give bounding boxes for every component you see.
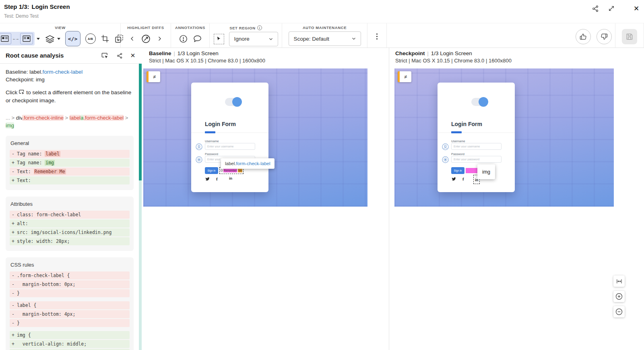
toolbar-spacer — [387, 23, 576, 48]
share-analysis-icon[interactable] — [116, 52, 124, 60]
test-name: Test: Demo Test — [4, 13, 39, 19]
breadcrumb-node-tag[interactable]: div — [16, 115, 23, 121]
highlight-diffs-label: HIGHLIGHT DIFFS — [127, 25, 164, 30]
scope-select[interactable]: Scope: Default — [289, 31, 361, 46]
thumbs-up-button[interactable] — [576, 29, 591, 44]
step-name: Login Screen — [32, 3, 70, 10]
scope-value: Scope: Default — [294, 36, 330, 42]
panel-scrollbar-thumb[interactable] — [139, 64, 142, 180]
share-icon[interactable] — [591, 4, 600, 13]
more-options-icon[interactable] — [376, 33, 378, 39]
checkpoint-element-tooltip: img — [477, 164, 495, 179]
save-button[interactable] — [622, 29, 637, 44]
breadcrumb-separator: > — [65, 115, 68, 121]
css-rule-block: +img { + vertical-align: middle; + borde… — [10, 331, 130, 350]
previous-diff-icon[interactable] — [129, 35, 136, 42]
checkpoint-screenshot[interactable]: ≠ Login Form Username Enter your usernam… — [394, 68, 614, 207]
diff-row: +src: img/social-icons/linkedin.png — [10, 228, 130, 236]
baseline-meta: Strict | Mac OS X 10.15 | Chrome 83.0 | … — [149, 57, 265, 64]
username-input: Enter your username — [451, 143, 502, 150]
layout-side-by-side-right-icon[interactable] — [20, 33, 33, 44]
general-card: General -Tag name: label +Tag name: img … — [6, 136, 134, 190]
title-underline — [205, 131, 215, 133]
root-cause-code-button[interactable]: </> — [65, 31, 80, 46]
checkpoint-step: 1/3 Login Screen — [431, 50, 472, 56]
lock-icon — [442, 156, 449, 163]
thumbs-down-button[interactable] — [597, 29, 612, 44]
crop-icon[interactable] — [101, 34, 109, 43]
lock-icon — [196, 156, 202, 163]
layout-mode-control[interactable]: ←→ — [0, 32, 35, 46]
checkpoint-element-line: Checkpoint: img — [6, 76, 134, 83]
layout-dropdown-caret[interactable] — [37, 38, 40, 40]
password-label: Password — [205, 152, 218, 156]
baseline-element-tooltip: label.form-check-label — [221, 158, 275, 169]
user-icon — [196, 143, 202, 150]
zoom-out-button[interactable] — [613, 306, 625, 317]
attributes-card: Attributes -class: form-check-label +alt… — [6, 197, 134, 251]
toggle-diffs-icon[interactable] — [141, 34, 151, 44]
set-region-label: SET REGION i — [229, 25, 262, 30]
toolbar-group-highlight-diffs: HIGHLIGHT DIFFS — [121, 23, 171, 48]
general-card-title: General — [10, 140, 130, 146]
diff-row: -} — [10, 289, 130, 297]
set-region-label-text: SET REGION — [229, 26, 256, 30]
region-mode-select[interactable]: Ignore — [229, 32, 278, 46]
css-rule-block: -label { - margin-bottom: 4px; -} — [10, 301, 130, 327]
baseline-element-prefix: Baseline: label. — [6, 69, 43, 75]
css-rules-card-title: CSS rules — [10, 262, 130, 268]
layers-dropdown-caret[interactable] — [57, 38, 60, 40]
breadcrumb[interactable]: ... > div.form-check-inline > labela.for… — [6, 114, 134, 129]
toolbar-group-view: VIEW ←→ — [0, 23, 121, 48]
select-region-icon[interactable] — [214, 34, 224, 44]
attributes-card-title: Attributes — [10, 201, 130, 207]
select-element-icon[interactable] — [101, 52, 109, 60]
linkedin-icon: in — [229, 176, 232, 180]
toolbar-group-set-region: SET REGION i Ignore — [210, 23, 282, 48]
diff-row: -Tag name: label — [10, 150, 130, 158]
panels-divider — [389, 48, 389, 350]
diff-row: -Text: Remember Me — [10, 168, 130, 176]
diff-row: + vertical-align: middle; — [10, 340, 130, 348]
info-icon[interactable]: i — [257, 25, 262, 30]
title-underline — [451, 131, 462, 133]
diff-row: +alt: — [10, 220, 130, 228]
toolbar-group-annotations: ANNOTATIONS — [171, 23, 210, 48]
close-panel-icon[interactable]: ✕ — [129, 52, 137, 60]
facebook-icon: f — [462, 176, 464, 181]
diff-row: +img { — [10, 331, 130, 339]
remember-checkbox — [221, 170, 223, 172]
fit-to-width-button[interactable] — [613, 275, 625, 287]
next-diff-icon[interactable] — [156, 35, 163, 42]
baseline-element-class[interactable]: form-check-label — [43, 69, 83, 75]
toolbar-group-save — [615, 23, 644, 48]
top-header: Step 1/3:Login Screen Test: Demo Test ✕ — [0, 0, 644, 23]
auto-maintenance-label: AUTO MAINTENANCE — [303, 25, 347, 30]
diff-row: -label { — [10, 301, 130, 309]
breadcrumb-node-class-removed[interactable]: .form-check-inline — [22, 115, 64, 121]
issue-annotation-icon[interactable] — [179, 34, 188, 43]
baseline-header: Baseline|1/3 Login Screen Strict | Mac O… — [149, 50, 265, 64]
twitter-icon — [205, 177, 210, 181]
diff-badge[interactable]: ≠ — [398, 71, 411, 82]
fullscreen-icon[interactable] — [607, 4, 616, 13]
baseline-screenshot[interactable]: ≠ Login Form Username Enter your usernam… — [143, 68, 367, 207]
login-form-title: Login Form — [451, 121, 482, 127]
root-cause-title: Root cause analysis — [6, 52, 64, 59]
close-icon[interactable]: ✕ — [632, 4, 641, 13]
login-form-title: Login Form — [205, 121, 236, 127]
diff-badge[interactable]: ≠ — [147, 71, 160, 82]
breadcrumb-node-removed[interactable]: label — [70, 115, 80, 121]
diff-row: +Text: — [10, 176, 130, 184]
breadcrumb-node-class-removed[interactable]: .form-check-label — [83, 115, 124, 121]
breadcrumb-node-img[interactable]: img — [6, 122, 14, 128]
breadcrumb-separator: > — [11, 115, 14, 121]
diff-row: - margin-bottom: 0px; — [10, 280, 130, 288]
comment-annotation-icon[interactable] — [193, 34, 202, 43]
theme-toggle — [471, 97, 488, 107]
layers-icon[interactable] — [45, 33, 55, 44]
layout-side-by-side-left-icon[interactable] — [0, 33, 11, 44]
breadcrumb-separator: > — [125, 115, 128, 121]
zoom-in-button[interactable] — [613, 291, 625, 302]
ab-compare-button[interactable]: A/B — [85, 33, 96, 44]
